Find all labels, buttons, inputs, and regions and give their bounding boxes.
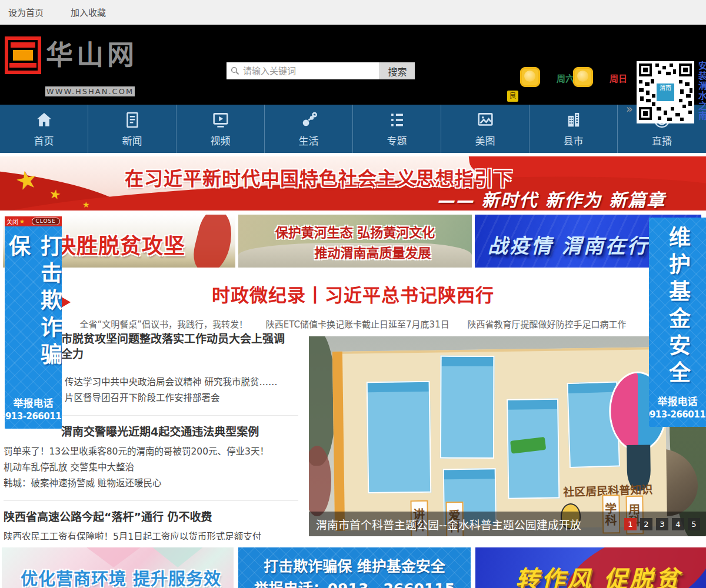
pager-dot-2[interactable]: 2 [640, 518, 652, 530]
sub-headline-link[interactable]: 陕西省教育厅提醒做好防控手足口病工作 [467, 319, 626, 330]
triangle-shape [72, 547, 155, 567]
float-close-bar: 关闭 ★ CLOSE [5, 216, 62, 226]
banner-work-style-text: 转作风 促脱贫 [515, 560, 681, 588]
sub-headline-link[interactable]: 陕西ETC储值卡换记账卡截止日延至7月底31日 [266, 319, 449, 330]
poster-panel [440, 356, 495, 459]
pager-dot-5[interactable]: 5 [688, 518, 700, 530]
star-icon: ★ [19, 218, 25, 225]
banner-yellow-river-line1: 保护黄河生态 弘扬黄河文化 [238, 222, 472, 240]
red-flag-shape [189, 215, 235, 268]
qr-center-logo: 渭南 [657, 83, 674, 101]
weather-day-sunday: 周日 [610, 72, 627, 84]
nav-item-home[interactable]: 首页 [0, 105, 88, 153]
qr-code: 渭南 [637, 61, 694, 123]
weather-day-saturday: 周六 [557, 72, 574, 84]
banner-epidemic-text: 战疫情 渭南在行动 [488, 230, 671, 259]
news-list: 罚单来了！13公里收乘客80元的渭南的哥被罚200元、停业3天！ 机动车乱停乱放… [4, 444, 298, 492]
weather-sun-icon [573, 67, 593, 87]
site-url: WWW.HSHAN.COM [45, 86, 135, 96]
slogan-banner[interactable]: ★ ★ ★ 在习近平新时代中国特色社会主义思想指引下 —— 新时代 新作为 新篇… [0, 156, 706, 211]
hotline-label: 举报电话 [658, 393, 698, 408]
bush-shape [309, 446, 331, 516]
pager-dot-3[interactable]: 3 [656, 518, 668, 530]
video-icon [211, 110, 231, 130]
float-right-slogan: 维护基金安全 [662, 226, 694, 388]
life-icon [299, 110, 319, 130]
nav-item-gallery[interactable]: 美图 [441, 105, 530, 153]
set-home-link[interactable]: 设为首页 [8, 6, 44, 18]
banner-work-style[interactable]: 转作风 促脱贫 [475, 547, 706, 588]
pager-dot-4[interactable]: 4 [672, 518, 684, 530]
main-content: 时政微纪录丨习近平总书记陕西行 全省“文明餐桌”倡议书，我践行，我转发！ 陕西E… [0, 268, 706, 540]
logo-bar [9, 63, 36, 68]
float-right-body[interactable]: 维护基金安全 举报电话 0913-2660115 [649, 218, 706, 427]
science-display-board: 社区居民科普知识 讲科 爱科 学科 用科 [332, 347, 667, 531]
bottom-banner-row: 优化营商环境 提升服务效能 打击欺诈骗保 维护基金安全 举报电话：0913—26… [0, 540, 706, 588]
city-icon [564, 110, 584, 130]
float-left-slogan: 打击欺诈骗保 [5, 235, 62, 395]
topics-icon [387, 110, 407, 130]
banner-anti-fraud[interactable]: 打击欺诈骗保 维护基金安全 举报电话：0913—2660115 [238, 547, 471, 588]
sub-headlines: 全省“文明餐桌”倡议书，我践行，我转发！ 陕西ETC储值卡换记账卡截止日延至7月… [0, 318, 706, 330]
search-icon [231, 66, 239, 75]
weather-more-arrow-icon[interactable]: » [626, 102, 633, 115]
main-nav: 首页 新闻 视频 生活 专题 [0, 105, 706, 153]
float-left-body[interactable]: 打击欺诈骗保 举报电话 0913-2660115 [5, 226, 62, 429]
slideshow-pager: 1 2 3 4 5 [624, 518, 700, 530]
air-quality-badge: 良 [507, 91, 518, 102]
slideshow-caption-bar: 渭南市首个科普主题公园--金水科普主题公园建成开放 1 2 3 4 5 [309, 512, 706, 536]
promo-banner-row: 决战决胜脱贫攻坚 保护黄河生态 弘扬黄河文化 推动渭南高质量发展 战疫情 渭南在… [0, 211, 706, 268]
slogan-line2: —— 新时代 新作为 新篇章 [437, 186, 665, 211]
poster-panel [507, 399, 560, 499]
nav-item-topics[interactable]: 专题 [353, 105, 441, 153]
news-item[interactable]: 罚单来了！13公里收乘客80元的渭南的哥被罚200元、停业3天！ [4, 444, 298, 460]
top-headline[interactable]: 时政微纪录丨习近平总书记陕西行 [0, 268, 706, 307]
star-icon: ★ [82, 200, 90, 209]
floating-banner-right[interactable]: 维护基金安全 举报电话 0913-2660115 [649, 218, 706, 427]
close-label[interactable]: 关闭 [6, 217, 18, 226]
search-input[interactable] [227, 62, 379, 79]
hotline-number: 0913-2660115 [5, 411, 62, 422]
poster-panel [367, 381, 432, 493]
search-bar: 搜索 [227, 62, 415, 79]
site-header: 华山网 WWW.HSHAN.COM 搜索 周六 周日 良 » [0, 25, 706, 105]
pager-dot-1[interactable]: 1 [624, 518, 637, 530]
poster-panel [567, 381, 620, 468]
app-install-caption: 安装渭水之南 [696, 61, 706, 125]
triangle-shape [145, 547, 210, 567]
nav-item-life[interactable]: 生活 [265, 105, 353, 153]
news-item[interactable]: 韩城：破案神速扬警威 赃物返还暖民心 [4, 476, 298, 492]
slideshow-caption[interactable]: 渭南市首个科普主题公园--金水科普主题公园建成开放 [316, 516, 624, 532]
site-logo-icon[interactable] [5, 36, 41, 74]
site-name[interactable]: 华山网 [46, 33, 138, 72]
add-favorite-link[interactable]: 加入收藏 [71, 6, 106, 18]
sub-headline-link[interactable]: 全省“文明餐桌”倡议书，我践行，我转发！ [80, 319, 248, 330]
close-button[interactable]: CLOSE [32, 218, 60, 225]
weather-sun-icon [520, 67, 540, 87]
nav-item-video[interactable]: 视频 [176, 105, 265, 153]
banner-anti-fraud-hotline: 举报电话：0913—2660115 [238, 577, 471, 588]
divider [4, 500, 298, 501]
banner-yellow-river-line2: 推动渭南高质量发展 [238, 242, 472, 261]
news-item[interactable]: 机动车乱停乱放 交警集中大整治 [4, 460, 298, 476]
banner-business-text: 优化营商环境 提升服务效能 [21, 565, 234, 588]
search-button[interactable]: 搜索 [379, 62, 415, 79]
logo-bar [11, 42, 35, 48]
banner-business-environment[interactable]: 优化营商环境 提升服务效能 [2, 547, 234, 588]
banner-yellow-river[interactable]: 保护黄河生态 弘扬黄河文化 推动渭南高质量发展 [238, 215, 472, 268]
photo-slideshow[interactable]: 社区居民科普知识 讲科 爱科 学科 用科 渭南市首个科普主题公园--金水科普主题… [309, 336, 706, 536]
banner-anti-fraud-line1: 打击欺诈骗保 维护基金安全 [238, 554, 471, 576]
floating-banner-left[interactable]: 关闭 ★ CLOSE 打击欺诈骗保 举报电话 0913-2660115 [5, 216, 62, 429]
nav-item-news[interactable]: 新闻 [88, 105, 176, 153]
logo-bar [13, 50, 33, 61]
news-icon [122, 110, 142, 130]
hotline-number: 0913-2660115 [649, 409, 706, 420]
hotline-label: 举报电话 [14, 395, 54, 410]
news-block-title[interactable]: 陕西省高速公路今起“落杆”通行 仍不收费 [4, 509, 298, 524]
nav-item-counties[interactable]: 县市 [530, 105, 618, 153]
home-icon [34, 110, 54, 130]
gallery-icon [475, 110, 495, 130]
utility-bar: 设为首页 加入收藏 [0, 0, 706, 25]
